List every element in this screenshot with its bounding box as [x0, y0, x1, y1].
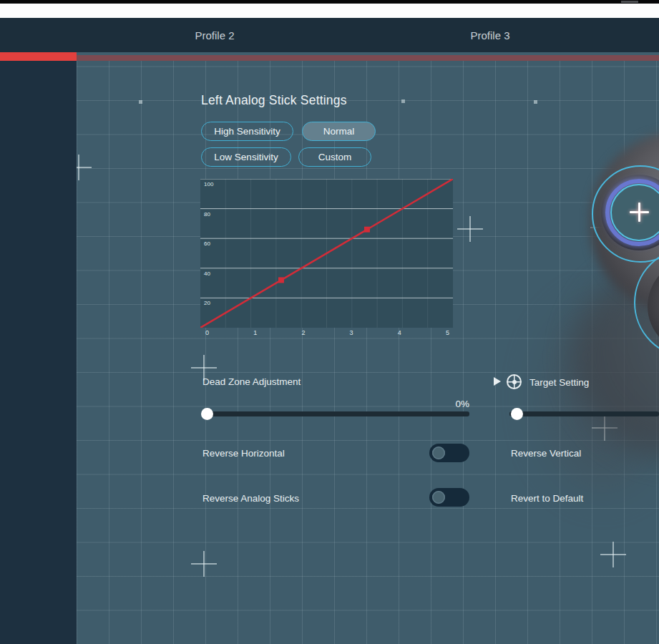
tab-profile-2[interactable]: Profile 2: [157, 18, 272, 52]
grid-dot-decoration: [139, 100, 142, 104]
dead-zone-label: Dead Zone Adjustment: [202, 376, 301, 387]
play-triangle-icon[interactable]: [494, 377, 501, 386]
reverse-vertical-label: Reverse Vertical: [511, 448, 581, 459]
x-tick-label: 5: [446, 329, 449, 336]
gamepad-settings-window: Profile 2 Profile 3 Left Analog Stick Se…: [0, 0, 659, 644]
target-setting-slider-knob[interactable]: [511, 408, 523, 420]
grid-cross-decoration: [77, 155, 92, 180]
reverse-horizontal-label: Reverse Horizontal: [202, 448, 285, 459]
stick-crosshair-icon: [638, 203, 640, 222]
reverse-horizontal-toggle[interactable]: [429, 444, 469, 462]
svg-text:100: 100: [204, 181, 214, 187]
dead-zone-value: 0%: [398, 399, 469, 409]
custom-sensitivity-button[interactable]: Custom: [298, 147, 371, 167]
dead-zone-slider-knob[interactable]: [201, 408, 213, 420]
target-crosshair-icon[interactable]: [507, 374, 522, 389]
browser-toolbar-strip: [0, 4, 659, 19]
toggle-knob: [432, 491, 445, 504]
low-sensitivity-button[interactable]: Low Sensitivity: [201, 147, 291, 167]
reverse-analog-sticks-label: Reverse Analog Sticks: [202, 493, 299, 504]
x-tick-label: 3: [350, 329, 353, 336]
left-sidebar-strip: [0, 61, 77, 644]
window-top-strip-segment: [621, 1, 638, 3]
x-tick-label: 1: [253, 329, 257, 336]
grid-cross-decoration: [457, 216, 483, 242]
profile-tab-bar: Profile 2 Profile 3: [0, 18, 659, 52]
tab-profile-3[interactable]: Profile 3: [433, 18, 547, 52]
x-tick-label: 2: [301, 329, 305, 336]
grid-dot-decoration: [534, 100, 537, 104]
svg-text:80: 80: [204, 211, 210, 218]
page-title: Left Analog Stick Settings: [201, 93, 347, 108]
toggle-knob: [432, 447, 445, 459]
grid-dot-decoration: [401, 99, 405, 103]
svg-text:20: 20: [204, 300, 210, 306]
tab-bar-underline: [77, 55, 659, 61]
active-tab-indicator: [0, 52, 77, 61]
sensitivity-curve-chart: 20406080100: [200, 179, 453, 328]
x-tick-label: 0: [205, 329, 209, 336]
grid-background: [77, 61, 659, 644]
grid-cross-decoration: [600, 542, 626, 567]
revert-to-default-label[interactable]: Revert to Default: [511, 493, 583, 504]
sensitivity-curve-svg: 20406080100: [200, 179, 453, 328]
chart-x-axis: 012345: [205, 329, 449, 336]
high-sensitivity-button[interactable]: High Sensitivity: [201, 122, 293, 141]
normal-sensitivity-button[interactable]: Normal: [302, 122, 376, 141]
reverse-analog-sticks-toggle[interactable]: [429, 488, 469, 507]
x-tick-label: 4: [398, 329, 401, 336]
target-setting-label: Target Setting: [529, 377, 589, 388]
svg-text:60: 60: [204, 240, 210, 247]
grid-cross-decoration: [191, 551, 217, 577]
dead-zone-slider[interactable]: [202, 411, 469, 416]
svg-text:40: 40: [204, 270, 210, 277]
target-setting-slider[interactable]: [509, 411, 659, 416]
